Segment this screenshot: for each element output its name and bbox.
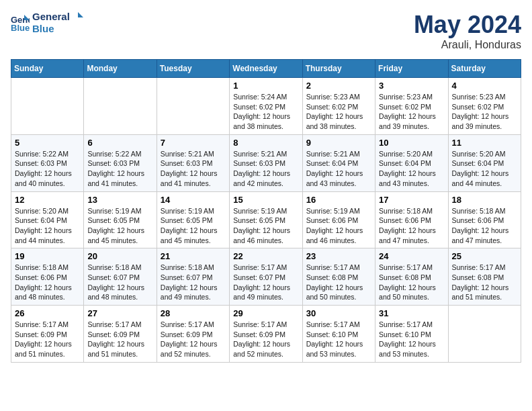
calendar-cell	[84, 78, 157, 135]
calendar-cell: 27Sunrise: 5:17 AM Sunset: 6:09 PM Dayli…	[84, 306, 157, 363]
weekday-header-sunday: Sunday	[11, 60, 84, 78]
day-info: Sunrise: 5:20 AM Sunset: 6:04 PM Dayligh…	[379, 149, 444, 189]
day-number: 20	[87, 251, 152, 261]
day-number: 13	[87, 195, 152, 205]
calendar-week-row: 26Sunrise: 5:17 AM Sunset: 6:09 PM Dayli…	[11, 306, 521, 363]
calendar-cell: 8Sunrise: 5:21 AM Sunset: 6:03 PM Daylig…	[230, 134, 302, 191]
day-number: 25	[452, 251, 517, 261]
logo: General Blue General Blue	[11, 11, 83, 34]
day-number: 3	[379, 81, 444, 91]
day-info: Sunrise: 5:23 AM Sunset: 6:02 PM Dayligh…	[379, 92, 444, 132]
calendar-cell: 15Sunrise: 5:19 AM Sunset: 6:05 PM Dayli…	[230, 191, 302, 248]
day-number: 9	[306, 138, 371, 148]
calendar-cell: 7Sunrise: 5:21 AM Sunset: 6:03 PM Daylig…	[157, 134, 229, 191]
day-info: Sunrise: 5:23 AM Sunset: 6:02 PM Dayligh…	[306, 92, 371, 132]
logo-line2: Blue	[32, 23, 83, 34]
day-info: Sunrise: 5:17 AM Sunset: 6:10 PM Dayligh…	[379, 320, 444, 359]
calendar-cell: 2Sunrise: 5:23 AM Sunset: 6:02 PM Daylig…	[302, 78, 375, 135]
day-number: 27	[87, 308, 152, 318]
title-block: May 2024 Arauli, Honduras	[414, 11, 521, 51]
calendar-cell: 22Sunrise: 5:17 AM Sunset: 6:07 PM Dayli…	[230, 248, 302, 306]
day-info: Sunrise: 5:17 AM Sunset: 6:08 PM Dayligh…	[452, 263, 517, 302]
calendar-week-row: 12Sunrise: 5:20 AM Sunset: 6:04 PM Dayli…	[11, 191, 521, 248]
calendar-cell: 30Sunrise: 5:17 AM Sunset: 6:10 PM Dayli…	[302, 306, 375, 363]
weekday-header-wednesday: Wednesday	[230, 60, 302, 78]
day-number: 28	[161, 308, 226, 318]
day-info: Sunrise: 5:21 AM Sunset: 6:04 PM Dayligh…	[306, 149, 371, 189]
day-info: Sunrise: 5:23 AM Sunset: 6:02 PM Dayligh…	[452, 92, 517, 132]
day-info: Sunrise: 5:24 AM Sunset: 6:02 PM Dayligh…	[233, 92, 298, 132]
day-number: 26	[15, 308, 80, 318]
day-info: Sunrise: 5:22 AM Sunset: 6:03 PM Dayligh…	[15, 149, 80, 189]
calendar-cell	[157, 78, 229, 135]
logo-icon: General Blue	[11, 13, 30, 32]
day-info: Sunrise: 5:18 AM Sunset: 6:06 PM Dayligh…	[379, 206, 444, 246]
logo-arrow-icon	[73, 12, 83, 23]
calendar-week-row: 1Sunrise: 5:24 AM Sunset: 6:02 PM Daylig…	[11, 78, 521, 135]
calendar-week-row: 5Sunrise: 5:22 AM Sunset: 6:03 PM Daylig…	[11, 134, 521, 191]
weekday-header-row: SundayMondayTuesdayWednesdayThursdayFrid…	[11, 60, 521, 78]
day-info: Sunrise: 5:21 AM Sunset: 6:03 PM Dayligh…	[233, 149, 298, 189]
day-info: Sunrise: 5:19 AM Sunset: 6:05 PM Dayligh…	[161, 206, 226, 246]
calendar-cell: 9Sunrise: 5:21 AM Sunset: 6:04 PM Daylig…	[302, 134, 375, 191]
day-info: Sunrise: 5:18 AM Sunset: 6:06 PM Dayligh…	[15, 263, 80, 302]
day-info: Sunrise: 5:19 AM Sunset: 6:05 PM Dayligh…	[87, 206, 152, 246]
day-number: 21	[161, 251, 226, 261]
svg-text:Blue: Blue	[11, 23, 30, 32]
day-number: 18	[452, 195, 517, 205]
day-info: Sunrise: 5:17 AM Sunset: 6:08 PM Dayligh…	[306, 263, 371, 302]
day-number: 12	[15, 195, 80, 205]
weekday-header-monday: Monday	[84, 60, 157, 78]
day-info: Sunrise: 5:21 AM Sunset: 6:03 PM Dayligh…	[161, 149, 226, 189]
weekday-header-thursday: Thursday	[302, 60, 375, 78]
calendar-cell: 6Sunrise: 5:22 AM Sunset: 6:03 PM Daylig…	[84, 134, 157, 191]
day-number: 17	[379, 195, 444, 205]
calendar-cell: 25Sunrise: 5:17 AM Sunset: 6:08 PM Dayli…	[448, 248, 521, 306]
day-number: 24	[379, 251, 444, 261]
calendar-cell: 12Sunrise: 5:20 AM Sunset: 6:04 PM Dayli…	[11, 191, 84, 248]
weekday-header-saturday: Saturday	[448, 60, 521, 78]
day-info: Sunrise: 5:17 AM Sunset: 6:09 PM Dayligh…	[15, 320, 80, 359]
calendar-cell: 13Sunrise: 5:19 AM Sunset: 6:05 PM Dayli…	[84, 191, 157, 248]
day-number: 16	[306, 195, 371, 205]
day-info: Sunrise: 5:20 AM Sunset: 6:04 PM Dayligh…	[452, 149, 517, 189]
calendar-cell: 21Sunrise: 5:18 AM Sunset: 6:07 PM Dayli…	[157, 248, 229, 306]
calendar-cell: 10Sunrise: 5:20 AM Sunset: 6:04 PM Dayli…	[375, 134, 448, 191]
day-number: 7	[161, 138, 226, 148]
day-info: Sunrise: 5:17 AM Sunset: 6:09 PM Dayligh…	[161, 320, 226, 359]
weekday-header-tuesday: Tuesday	[157, 60, 229, 78]
day-number: 5	[15, 138, 80, 148]
calendar-subtitle: Arauli, Honduras	[414, 39, 521, 51]
calendar-cell: 5Sunrise: 5:22 AM Sunset: 6:03 PM Daylig…	[11, 134, 84, 191]
calendar-cell: 3Sunrise: 5:23 AM Sunset: 6:02 PM Daylig…	[375, 78, 448, 135]
day-number: 14	[161, 195, 226, 205]
calendar-week-row: 19Sunrise: 5:18 AM Sunset: 6:06 PM Dayli…	[11, 248, 521, 306]
calendar-cell: 26Sunrise: 5:17 AM Sunset: 6:09 PM Dayli…	[11, 306, 84, 363]
day-info: Sunrise: 5:20 AM Sunset: 6:04 PM Dayligh…	[15, 206, 80, 246]
calendar-table: SundayMondayTuesdayWednesdayThursdayFrid…	[11, 59, 521, 363]
calendar-cell: 1Sunrise: 5:24 AM Sunset: 6:02 PM Daylig…	[230, 78, 302, 135]
day-info: Sunrise: 5:19 AM Sunset: 6:06 PM Dayligh…	[306, 206, 371, 246]
calendar-cell: 20Sunrise: 5:18 AM Sunset: 6:07 PM Dayli…	[84, 248, 157, 306]
day-number: 2	[306, 81, 371, 91]
day-number: 23	[306, 251, 371, 261]
day-number: 10	[379, 138, 444, 148]
day-info: Sunrise: 5:19 AM Sunset: 6:05 PM Dayligh…	[233, 206, 298, 246]
calendar-cell	[11, 78, 84, 135]
day-info: Sunrise: 5:17 AM Sunset: 6:09 PM Dayligh…	[87, 320, 152, 359]
calendar-cell: 28Sunrise: 5:17 AM Sunset: 6:09 PM Dayli…	[157, 306, 229, 363]
calendar-cell: 19Sunrise: 5:18 AM Sunset: 6:06 PM Dayli…	[11, 248, 84, 306]
day-info: Sunrise: 5:17 AM Sunset: 6:07 PM Dayligh…	[233, 263, 298, 302]
calendar-title: May 2024	[414, 11, 521, 39]
calendar-cell: 18Sunrise: 5:18 AM Sunset: 6:06 PM Dayli…	[448, 191, 521, 248]
logo-line1: General	[32, 11, 83, 23]
calendar-cell: 16Sunrise: 5:19 AM Sunset: 6:06 PM Dayli…	[302, 191, 375, 248]
calendar-cell: 24Sunrise: 5:17 AM Sunset: 6:08 PM Dayli…	[375, 248, 448, 306]
day-info: Sunrise: 5:18 AM Sunset: 6:06 PM Dayligh…	[452, 206, 517, 246]
weekday-header-friday: Friday	[375, 60, 448, 78]
day-info: Sunrise: 5:22 AM Sunset: 6:03 PM Dayligh…	[87, 149, 152, 189]
day-info: Sunrise: 5:18 AM Sunset: 6:07 PM Dayligh…	[161, 263, 226, 302]
day-number: 11	[452, 138, 517, 148]
calendar-cell: 14Sunrise: 5:19 AM Sunset: 6:05 PM Dayli…	[157, 191, 229, 248]
svg-marker-3	[78, 12, 83, 17]
